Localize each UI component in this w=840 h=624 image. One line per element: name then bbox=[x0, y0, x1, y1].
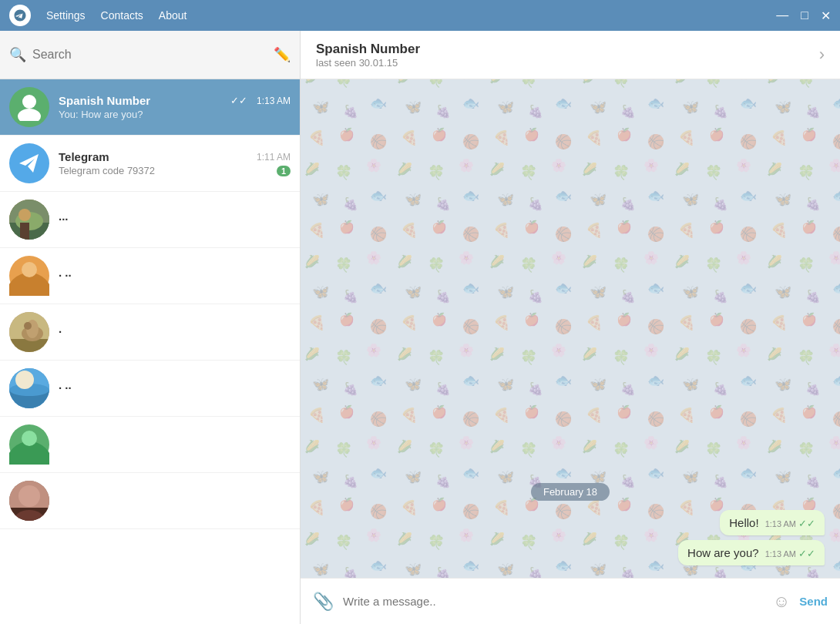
chat-name-4: · ·· bbox=[59, 269, 72, 282]
svg-rect-6 bbox=[20, 223, 29, 240]
message-1: Hello! 1:13 AM ✓✓ bbox=[720, 510, 825, 535]
chat-header-bar: Spanish Number last seen 30.01.15 › bbox=[301, 31, 840, 79]
maximize-button[interactable]: □ bbox=[801, 8, 808, 23]
chat-item-8[interactable] bbox=[0, 473, 300, 529]
chat-item-7[interactable] bbox=[0, 417, 300, 473]
svg-point-1 bbox=[18, 109, 41, 121]
menu-contacts[interactable]: Contacts bbox=[101, 9, 143, 22]
avatar-telegram bbox=[9, 143, 49, 183]
chat-name-5: · bbox=[59, 325, 62, 338]
chat-preview-spanish: You: How are you? bbox=[59, 109, 291, 120]
avatar-contact5 bbox=[9, 312, 49, 352]
chat-item-telegram[interactable]: Telegram 1:11 AM Telegram code 79372 1 bbox=[0, 136, 300, 192]
chat-item-spanish-number[interactable]: Spanish Number ✓✓ 1:13 AM You: How are y… bbox=[0, 79, 300, 136]
message-text-1: Hello! bbox=[729, 516, 758, 529]
input-bar: 📎 ☺ Send bbox=[301, 578, 840, 624]
titlebar: Settings Contacts About — □ ✕ bbox=[0, 0, 840, 31]
chat-item-6[interactable]: · ·· bbox=[0, 361, 300, 417]
chat-item-3[interactable]: ··· bbox=[0, 192, 300, 248]
attach-icon[interactable]: 📎 bbox=[313, 592, 334, 612]
messages-area: February 18 Hello! 1:13 AM ✓✓ How are yo… bbox=[301, 79, 840, 578]
search-bar: 🔍 ✏️ bbox=[0, 31, 300, 79]
search-icon: 🔍 bbox=[9, 46, 26, 63]
avatar-contact3 bbox=[9, 200, 49, 240]
emoji-icon[interactable]: ☺ bbox=[773, 592, 790, 612]
chat-name-telegram: Telegram bbox=[59, 150, 109, 163]
window-controls: — □ ✕ bbox=[776, 8, 831, 23]
chat-item-4[interactable]: · ·· bbox=[0, 248, 300, 304]
chat-header-info: Spanish Number last seen 30.01.15 bbox=[316, 42, 819, 69]
avatar-contact4 bbox=[9, 256, 49, 296]
svg-point-0 bbox=[22, 95, 36, 109]
chat-time-telegram: 1:11 AM bbox=[257, 152, 291, 163]
chat-item-5[interactable]: · bbox=[0, 304, 300, 361]
svg-point-13 bbox=[24, 322, 32, 330]
date-separator: February 18 bbox=[316, 483, 825, 501]
chat-name-3: ··· bbox=[59, 213, 69, 226]
message-meta-2: 1:13 AM ✓✓ bbox=[765, 548, 815, 559]
message-meta-1: 1:13 AM ✓✓ bbox=[765, 518, 815, 529]
message-check-2: ✓✓ bbox=[798, 548, 815, 559]
message-time-1: 1:13 AM bbox=[765, 519, 796, 528]
unread-badge-telegram: 1 bbox=[277, 166, 291, 176]
avatar-spanish-number bbox=[9, 87, 49, 127]
minimize-button[interactable]: — bbox=[776, 8, 788, 23]
date-pill: February 18 bbox=[531, 483, 610, 501]
svg-point-5 bbox=[18, 209, 31, 221]
message-input[interactable] bbox=[343, 595, 764, 608]
messages-list: Hello! 1:13 AM ✓✓ How are you? 1:13 AM ✓… bbox=[316, 510, 825, 565]
app-logo bbox=[9, 5, 31, 26]
chat-area: 🍕 🍎 🏀 🌽 🍀 🌸 🦋 🍇 🐟 Spanish Nu bbox=[301, 31, 840, 624]
message-text-2: How are you? bbox=[687, 546, 759, 559]
menu-settings[interactable]: Settings bbox=[46, 9, 86, 22]
search-input[interactable] bbox=[32, 48, 267, 62]
sidebar: 🔍 ✏️ Spanish Number ✓✓ bbox=[0, 31, 301, 624]
svg-point-19 bbox=[22, 431, 37, 446]
compose-icon[interactable]: ✏️ bbox=[274, 46, 291, 63]
chat-time-spanish: 1:13 AM bbox=[257, 96, 291, 106]
avatar-contact7 bbox=[9, 424, 49, 465]
chat-list: Spanish Number ✓✓ 1:13 AM You: How are y… bbox=[0, 79, 300, 624]
message-check-1: ✓✓ bbox=[798, 518, 815, 529]
chat-info-chevron[interactable]: › bbox=[819, 45, 825, 65]
double-check-icon: ✓✓ bbox=[230, 95, 247, 106]
chat-contact-name: Spanish Number bbox=[316, 42, 819, 57]
send-button[interactable]: Send bbox=[799, 595, 828, 608]
svg-point-8 bbox=[22, 262, 37, 277]
avatar-contact8 bbox=[9, 481, 49, 521]
chat-name-6: · ·· bbox=[59, 381, 72, 394]
menu-about[interactable]: About bbox=[159, 9, 187, 22]
message-time-2: 1:13 AM bbox=[765, 549, 796, 559]
menu-bar: Settings Contacts About bbox=[46, 9, 761, 22]
chat-preview-telegram: Telegram code 79372 bbox=[59, 165, 277, 176]
chat-contact-status: last seen 30.01.15 bbox=[316, 57, 819, 69]
svg-point-21 bbox=[18, 485, 40, 507]
avatar-contact6 bbox=[9, 368, 49, 408]
message-2: How are you? 1:13 AM ✓✓ bbox=[678, 540, 825, 565]
close-button[interactable]: ✕ bbox=[821, 8, 831, 23]
chat-name-spanish: Spanish Number bbox=[59, 94, 150, 107]
svg-point-17 bbox=[15, 371, 34, 389]
